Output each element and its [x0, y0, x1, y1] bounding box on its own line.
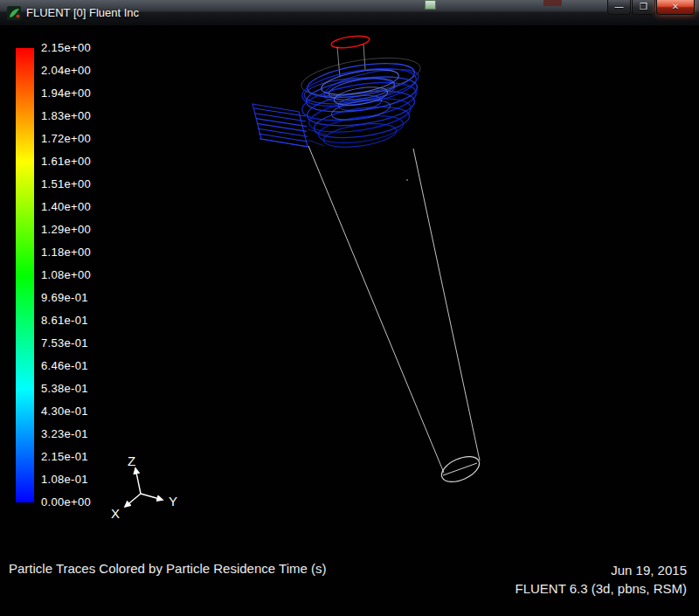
y-axis-label: Y	[169, 494, 177, 509]
close-button[interactable]: ✕	[656, 0, 695, 15]
z-axis-arrow	[135, 468, 141, 494]
window-title: FLUENT [0] Fluent Inc	[26, 6, 139, 19]
fluent-window: FLUENT [0] Fluent Inc — ❐ ✕ 2.15e+00 2.0…	[0, 0, 699, 616]
caption-date: Jun 19, 2015	[516, 561, 687, 579]
outlet-ellipse	[330, 34, 370, 50]
particle-traces-swirl	[299, 51, 423, 150]
graphics-canvas[interactable]: 2.15e+00 2.04e+00 1.94e+00 1.83e+00 1.72…	[0, 26, 699, 616]
z-axis-label: Z	[128, 453, 135, 468]
axis-triad: Z Y X	[111, 453, 177, 521]
caption-version: FLUENT 6.3 (3d, pbns, RSM)	[516, 579, 687, 598]
titlebar[interactable]: FLUENT [0] Fluent Inc — ❐ ✕	[0, 0, 699, 26]
cyclone-3d-view[interactable]: Z Y X	[0, 26, 699, 616]
minimize-button[interactable]: —	[607, 0, 631, 15]
window-controls: — ❐ ✕	[607, 0, 695, 15]
caption-meta: Jun 19, 2015 FLUENT 6.3 (3d, pbns, RSM)	[516, 561, 687, 598]
cone-wireframe	[308, 146, 483, 487]
y-axis-arrow	[141, 494, 163, 500]
fluent-app-icon	[7, 6, 21, 20]
x-axis-arrow	[125, 494, 141, 507]
x-axis-label: X	[111, 506, 120, 521]
background-window-fragment-1	[425, 0, 436, 10]
background-window-fragment-2	[543, 0, 562, 6]
maximize-button[interactable]: ❐	[632, 0, 655, 15]
caption-title: Particle Traces Colored by Particle Resi…	[9, 561, 326, 576]
